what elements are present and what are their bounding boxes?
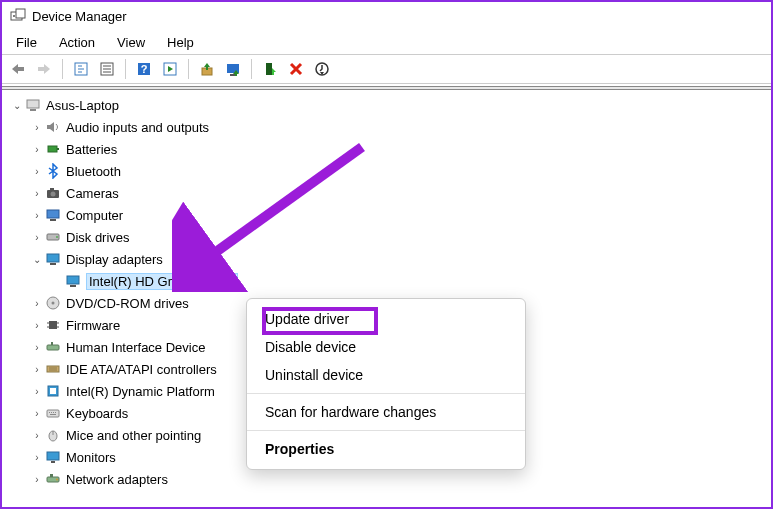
back-button[interactable]: [6, 57, 30, 81]
update-driver-button[interactable]: [195, 57, 219, 81]
svg-point-2: [13, 15, 15, 17]
hid-icon: [44, 338, 62, 356]
tree-item-disk-drives[interactable]: ›Disk drives: [10, 226, 771, 248]
mouse-icon: [44, 426, 62, 444]
context-uninstall-device[interactable]: Uninstall device: [247, 361, 525, 389]
chevron-right-icon[interactable]: ›: [30, 430, 44, 441]
monitor-icon: [44, 448, 62, 466]
svg-rect-46: [47, 366, 59, 372]
chevron-right-icon[interactable]: ›: [30, 166, 44, 177]
tree-root[interactable]: ⌄ Asus-Laptop: [10, 94, 771, 116]
context-update-driver[interactable]: Update driver: [247, 305, 525, 333]
computer-icon: [24, 96, 42, 114]
tree-item-cameras[interactable]: ›Cameras: [10, 182, 771, 204]
chevron-right-icon[interactable]: ›: [30, 452, 44, 463]
menu-help[interactable]: Help: [159, 33, 202, 52]
chevron-down-icon[interactable]: ⌄: [10, 100, 24, 111]
context-properties[interactable]: Properties: [247, 435, 525, 463]
chevron-right-icon[interactable]: ›: [30, 320, 44, 331]
svg-rect-22: [27, 100, 39, 108]
chevron-right-icon[interactable]: ›: [30, 298, 44, 309]
tree-item-batteries[interactable]: ›Batteries: [10, 138, 771, 160]
svg-rect-25: [57, 148, 59, 150]
svg-point-63: [56, 479, 58, 481]
context-disable-device[interactable]: Disable device: [247, 333, 525, 361]
svg-rect-29: [47, 210, 59, 218]
svg-rect-1: [16, 9, 25, 18]
chevron-right-icon[interactable]: ›: [30, 386, 44, 397]
context-menu: Update driver Disable device Uninstall d…: [246, 298, 526, 470]
tree-item-computer[interactable]: ›Computer: [10, 204, 771, 226]
svg-point-38: [52, 302, 55, 305]
chevron-right-icon[interactable]: ›: [30, 144, 44, 155]
tree-item-display-adapters[interactable]: ⌄Display adapters: [10, 248, 771, 270]
context-separator: [247, 393, 525, 394]
svg-rect-44: [47, 345, 59, 350]
bluetooth-icon: [44, 162, 62, 180]
keyboard-icon: [44, 404, 62, 422]
context-scan-hardware[interactable]: Scan for hardware changes: [247, 398, 525, 426]
tree-item-audio[interactable]: ›Audio inputs and outputs: [10, 116, 771, 138]
svg-marker-16: [168, 66, 173, 72]
menu-action[interactable]: Action: [51, 33, 103, 52]
chevron-right-icon[interactable]: ›: [30, 122, 44, 133]
svg-rect-4: [38, 67, 45, 71]
svg-rect-50: [50, 388, 56, 394]
svg-rect-34: [50, 263, 56, 265]
chevron-down-icon[interactable]: ⌄: [30, 254, 44, 265]
display-adapter-icon: [64, 272, 82, 290]
svg-rect-55: [55, 412, 56, 413]
tree-root-label: Asus-Laptop: [46, 98, 119, 113]
network-icon: [44, 470, 62, 488]
toolbar: ?: [2, 54, 771, 84]
svg-rect-51: [47, 410, 59, 417]
show-hide-tree-button[interactable]: [69, 57, 93, 81]
svg-rect-24: [48, 146, 57, 152]
svg-rect-33: [47, 254, 59, 262]
app-icon: [10, 8, 26, 24]
chevron-right-icon[interactable]: ›: [30, 474, 44, 485]
svg-text:?: ?: [141, 63, 148, 75]
chevron-right-icon[interactable]: ›: [30, 342, 44, 353]
tree-item-bluetooth[interactable]: ›Bluetooth: [10, 160, 771, 182]
context-separator: [247, 430, 525, 431]
svg-rect-59: [47, 452, 59, 460]
window-title: Device Manager: [32, 9, 127, 24]
scan-hardware-button[interactable]: [310, 57, 334, 81]
svg-rect-56: [50, 414, 56, 415]
svg-rect-39: [49, 321, 57, 329]
chevron-right-icon[interactable]: ›: [30, 364, 44, 375]
tree-item-intel-hd-graphics[interactable]: Intel(R) HD Graphics 620: [10, 270, 771, 292]
disc-icon: [44, 294, 62, 312]
selected-device-label: Intel(R) HD Graphics 620: [86, 273, 238, 290]
svg-rect-30: [50, 219, 56, 221]
chevron-right-icon[interactable]: ›: [30, 232, 44, 243]
pc-icon: [44, 206, 62, 224]
svg-rect-62: [50, 474, 53, 477]
chevron-right-icon[interactable]: ›: [30, 210, 44, 221]
forward-button[interactable]: [32, 57, 56, 81]
tree-item-network[interactable]: ›Network adapters: [10, 468, 771, 490]
svg-rect-60: [51, 461, 55, 463]
svg-rect-23: [30, 109, 36, 111]
svg-rect-3: [17, 67, 24, 71]
menu-file[interactable]: File: [8, 33, 45, 52]
help-button[interactable]: ?: [132, 57, 156, 81]
properties-button[interactable]: [95, 57, 119, 81]
uninstall-device-button[interactable]: [284, 57, 308, 81]
enable-device-button[interactable]: [258, 57, 282, 81]
disable-device-button[interactable]: [221, 57, 245, 81]
menu-view[interactable]: View: [109, 33, 153, 52]
svg-rect-54: [53, 412, 54, 413]
menubar: File Action View Help: [2, 30, 771, 54]
svg-rect-35: [67, 276, 79, 284]
action-button[interactable]: [158, 57, 182, 81]
titlebar: Device Manager: [2, 2, 771, 30]
svg-point-32: [56, 236, 58, 238]
speaker-icon: [44, 118, 62, 136]
svg-rect-45: [51, 342, 53, 345]
chip-icon: [44, 382, 62, 400]
chevron-right-icon[interactable]: ›: [30, 188, 44, 199]
chevron-right-icon[interactable]: ›: [30, 408, 44, 419]
svg-rect-20: [266, 63, 272, 75]
